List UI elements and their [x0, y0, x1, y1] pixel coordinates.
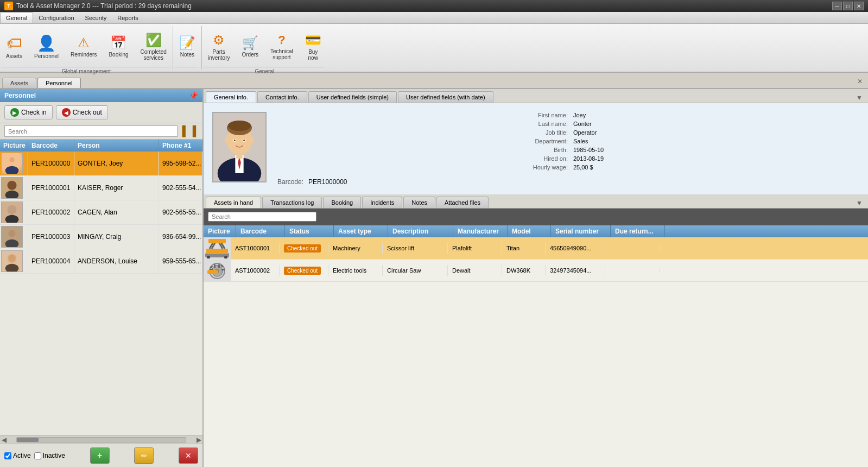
- toolbar-personnel-button[interactable]: 👤 Personnel: [28, 26, 65, 67]
- toolbar-parts-inventory-button[interactable]: ⚙ Partsinventory: [202, 26, 236, 67]
- svg-point-1: [5, 166, 19, 174]
- tab-booking[interactable]: Booking: [323, 197, 361, 208]
- toolbar-booking-button[interactable]: 📅 Booking: [103, 26, 134, 67]
- title-bar: T Tool & Asset Manager 2.0 --- Trial per…: [0, 0, 868, 12]
- checkout-button[interactable]: ◀ Check out: [56, 105, 108, 119]
- barcode-label: Barcode:: [277, 178, 303, 186]
- scrollbar-track[interactable]: [16, 437, 186, 443]
- general-info-panel: First name: Joey Last name: Gonter Job t…: [204, 103, 868, 194]
- birth-label: Birth:: [277, 147, 568, 153]
- add-button[interactable]: +: [90, 447, 110, 464]
- scroll-right-button[interactable]: ▶: [195, 436, 202, 444]
- col-asset-type-header: Asset type: [334, 225, 388, 237]
- reminders-icon: ⚠: [78, 35, 90, 51]
- right-panel: General info. Contact info. User defined…: [204, 89, 868, 467]
- hourly-wage-value: 25,00 $: [573, 164, 859, 171]
- tab-close-button[interactable]: ✕: [854, 77, 866, 86]
- tab-contact-info[interactable]: Contact info.: [257, 91, 307, 103]
- table-row[interactable]: PER1000003 MINGAY, Craig 936-654-99...: [0, 225, 202, 249]
- col-barcode-header: Barcode: [236, 225, 285, 237]
- search-input[interactable]: [4, 125, 178, 137]
- orders-icon: 🛒: [242, 35, 258, 51]
- edit-button[interactable]: ✏: [134, 447, 154, 464]
- tab-incidents[interactable]: Incidents: [362, 197, 402, 208]
- col-picture: Picture: [0, 140, 28, 152]
- table-row[interactable]: PER1000002 CAGEN, Alan 902-565-55...: [0, 200, 202, 225]
- tab-user-defined-date[interactable]: User defined fields (with date): [398, 91, 493, 103]
- first-name-value: Joey: [573, 112, 859, 118]
- menu-configuration[interactable]: Configuration: [33, 13, 79, 23]
- minimize-button[interactable]: ─: [832, 2, 842, 10]
- col-manufacturer-header: Manufacturer: [453, 225, 508, 237]
- horizontal-scrollbar[interactable]: ◀ ▶: [0, 435, 202, 444]
- tab-user-defined-simple[interactable]: User defined fields (simple): [308, 91, 397, 103]
- checkin-button[interactable]: ▶ Check in: [4, 105, 53, 119]
- bottom-tab-expand-icon[interactable]: ▼: [853, 198, 866, 208]
- toolbar-buy-now-label: Buynow: [308, 49, 318, 61]
- asset-row[interactable]: AST1000001 Checked out Machinery Scissor…: [204, 237, 868, 260]
- checkout-icon: ◀: [62, 108, 71, 117]
- table-row[interactable]: PER1000004 ANDERSON, Louise 959-555-65..…: [0, 249, 202, 274]
- status-badge: Checked out: [284, 267, 321, 275]
- active-checkbox-label[interactable]: Active: [4, 452, 31, 459]
- person-phone-cell: 995-598-52...: [159, 152, 202, 175]
- checkin-bar: ▶ Check in ◀ Check out: [0, 102, 202, 123]
- scrollbar-thumb[interactable]: [17, 438, 39, 442]
- tab-attached-files[interactable]: Attached files: [436, 197, 489, 208]
- svg-point-9: [8, 206, 15, 213]
- scroll-left-button[interactable]: ◀: [0, 436, 8, 444]
- asset-description-cell: Circular Saw: [383, 265, 448, 276]
- status-badge: Checked out: [284, 244, 321, 253]
- parts-inventory-icon: ⚙: [213, 33, 225, 48]
- inactive-checkbox-label[interactable]: Inactive: [34, 452, 65, 459]
- person-barcode-cell: PER1000000: [28, 152, 74, 175]
- person-phone-cell: 936-654-99...: [159, 225, 202, 249]
- search-bar: ▌▐: [0, 123, 202, 140]
- info-tab-bar: General info. Contact info. User defined…: [204, 89, 868, 103]
- toolbar-completed-services-button[interactable]: ✅ Completedservices: [135, 26, 173, 67]
- asset-type-cell: Machinery: [328, 243, 383, 254]
- toolbar-orders-button[interactable]: 🛒 Orders: [236, 26, 264, 67]
- assets-table-header: Picture Barcode Status Asset type Descri…: [204, 225, 868, 237]
- table-row[interactable]: PER1000001 KAISER, Roger 902-555-54...: [0, 176, 202, 200]
- toolbar: 🏷 Assets 👤 Personnel ⚠ Reminders 📅 Booki…: [0, 24, 868, 73]
- col-status-header: Status: [285, 225, 334, 237]
- active-checkbox[interactable]: [4, 452, 11, 459]
- info-tab-expand-icon[interactable]: ▼: [853, 93, 866, 103]
- asset-manufacturer-cell: Dewalt: [448, 265, 502, 276]
- technical-support-icon: ?: [278, 33, 285, 47]
- svg-point-15: [8, 255, 15, 262]
- svg-rect-48: [207, 270, 218, 274]
- tab-general-info[interactable]: General info.: [206, 91, 256, 103]
- table-row[interactable]: PER1000000 GONTER, Joey 995-598-52...: [0, 152, 202, 176]
- tab-notes[interactable]: Notes: [403, 197, 435, 208]
- svg-point-11: [5, 239, 19, 248]
- toolbar-notes-button[interactable]: 📝 Notes: [173, 26, 201, 67]
- toolbar-technical-support-button[interactable]: ? Technicalsupport: [264, 26, 299, 67]
- tab-personnel[interactable]: Personnel: [37, 78, 81, 88]
- toolbar-assets-button[interactable]: 🏷 Assets: [0, 26, 28, 67]
- tab-assets-in-hand[interactable]: Assets in hand: [206, 197, 261, 208]
- svg-point-3: [9, 157, 15, 163]
- restore-button[interactable]: □: [843, 2, 853, 10]
- inactive-checkbox[interactable]: [34, 452, 41, 459]
- assets-search-input[interactable]: [208, 212, 316, 222]
- menu-reports[interactable]: Reports: [112, 13, 144, 23]
- menu-security[interactable]: Security: [80, 13, 112, 23]
- panel-pin-icon[interactable]: 📌: [189, 91, 198, 100]
- bottom-buttons: Active Inactive + ✏ ✕: [0, 444, 202, 467]
- tab-assets[interactable]: Assets: [2, 78, 36, 88]
- asset-status-cell: Checked out: [280, 243, 328, 254]
- toolbar-buy-now-button[interactable]: 💳 Buynow: [299, 26, 327, 67]
- toolbar-orders-label: Orders: [242, 52, 258, 58]
- asset-row[interactable]: AST1000002 Checked out Electric tools Ci…: [204, 260, 868, 282]
- tab-transactions-log[interactable]: Transactions log: [262, 197, 322, 208]
- delete-button[interactable]: ✕: [179, 447, 198, 464]
- menu-general[interactable]: General: [0, 12, 33, 23]
- toolbar-reminders-button[interactable]: ⚠ Reminders: [65, 26, 103, 67]
- close-button[interactable]: ✕: [854, 2, 864, 10]
- job-title-value: Operator: [573, 129, 859, 136]
- asset-status-cell: Checked out: [280, 265, 328, 276]
- panel-header: Personnel 📌: [0, 89, 202, 102]
- profile-photo: [212, 112, 267, 182]
